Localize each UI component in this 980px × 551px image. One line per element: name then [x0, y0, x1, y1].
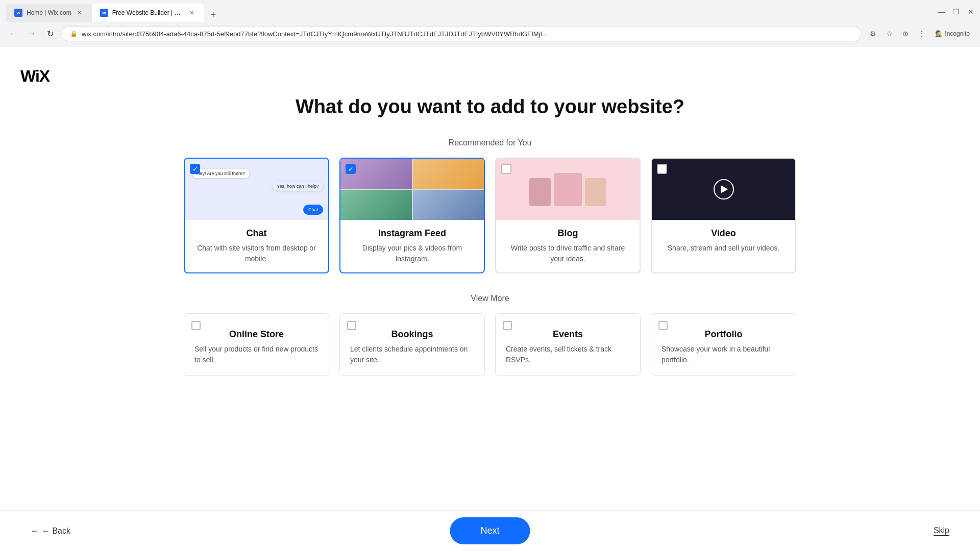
video-checkbox[interactable] — [657, 164, 667, 174]
chat-bubble-2: Yes, how can I help? — [273, 182, 323, 191]
back-arrow-icon: ← — [31, 527, 39, 536]
extensions-button[interactable]: ⚙ — [866, 27, 880, 41]
tab-title-home: Home | Wix.com — [27, 9, 71, 16]
card-video-image — [652, 159, 795, 220]
card-instagram-image: ✓ — [340, 159, 484, 220]
next-button[interactable]: Next — [450, 517, 530, 544]
forward-nav-button[interactable]: → — [24, 27, 39, 41]
card-portfolio-desc: Showcase your work in a beautiful portfo… — [662, 344, 786, 365]
chat-bubble-1: Hey! Are you still there? — [192, 169, 249, 178]
back-button[interactable]: ← ← Back — [31, 527, 70, 536]
card-chat-body: Chat Chat with site visitors from deskto… — [185, 220, 328, 272]
bookings-checkbox[interactable] — [347, 321, 356, 330]
back-label: ← Back — [42, 527, 70, 536]
card-portfolio-title: Portfolio — [705, 329, 743, 340]
insta-img-3 — [340, 190, 412, 220]
bookmark-button[interactable]: ☆ — [882, 27, 896, 41]
card-instagram-body: Instagram Feed Display your pics & video… — [340, 220, 484, 272]
wix-logo: WiX — [20, 67, 50, 86]
store-checkbox[interactable] — [191, 321, 201, 330]
card-chat-image: Hey! Are you still there? Yes, how can I… — [185, 159, 328, 220]
tab-home[interactable]: W Home | Wix.com ✕ — [6, 4, 92, 22]
tab-title-builder: Free Website Builder | Create a F... — [112, 9, 184, 16]
card-bookings[interactable]: Bookings Let clients schedule appointmen… — [339, 313, 485, 376]
footer-nav: ← ← Back Next Skip — [0, 510, 980, 551]
card-blog-body: Blog Write posts to drive traffic and sh… — [496, 220, 640, 272]
tab-favicon-home: W — [14, 9, 22, 17]
maximize-button[interactable]: ❐ — [953, 8, 960, 16]
card-instagram-desc: Display your pics & videos from Instagra… — [349, 243, 476, 264]
chat-preview: Hey! Are you still there? Yes, how can I… — [185, 159, 328, 220]
video-preview — [652, 159, 795, 220]
card-instagram-title: Instagram Feed — [349, 228, 476, 239]
browser-chrome: W Home | Wix.com ✕ W Free Website Builde… — [0, 0, 980, 46]
toolbar-icons: ⚙ ☆ ⊕ ⋮ 🕵 Incognito — [866, 27, 974, 41]
incognito-badge: 🕵 Incognito — [931, 30, 974, 37]
instagram-preview — [340, 159, 484, 220]
card-video-title: Video — [660, 228, 787, 239]
instagram-checkbox[interactable]: ✓ — [346, 164, 356, 174]
new-tab-button[interactable]: + — [206, 8, 220, 22]
tab-favicon-builder: W — [100, 9, 108, 17]
title-bar: W Home | Wix.com ✕ W Free Website Builde… — [0, 0, 980, 21]
card-video-body: Video Share, stream and sell your videos… — [652, 220, 795, 262]
play-triangle-icon — [721, 185, 728, 193]
view-more-label: View More — [471, 294, 509, 303]
blog-thumb-sm — [529, 178, 551, 206]
tab-bar: W Home | Wix.com ✕ W Free Website Builde… — [6, 4, 220, 22]
events-checkbox[interactable] — [503, 321, 512, 330]
card-video[interactable]: Video Share, stream and sell your videos… — [651, 158, 796, 273]
card-bookings-title: Bookings — [391, 329, 433, 340]
minimize-button[interactable]: — — [938, 8, 945, 16]
address-bar[interactable]: 🔒 wix.com/intro/site/d375b904-ada6-44ca-… — [61, 27, 862, 41]
more-cards-row: Online Store Sell your products or find … — [184, 313, 796, 376]
card-chat-title: Chat — [193, 228, 320, 239]
chat-widget: Chat — [303, 205, 323, 215]
blog-thumb-main — [554, 173, 582, 206]
page-title: What do you want to add to your website? — [296, 96, 684, 118]
recommended-cards-row: Hey! Are you still there? Yes, how can I… — [184, 158, 796, 273]
checkmark-icon: ✓ — [192, 166, 198, 172]
card-events-desc: Create events, sell tickets & track RSVP… — [506, 344, 630, 365]
profile-button[interactable]: ⊕ — [898, 27, 913, 41]
card-video-desc: Share, stream and sell your videos. — [660, 243, 787, 254]
tab-close-builder[interactable]: ✕ — [188, 9, 196, 17]
card-instagram[interactable]: ✓ Instagram Feed Display your pics & vid… — [339, 158, 485, 273]
card-events-title: Events — [553, 329, 583, 340]
tab-close-home[interactable]: ✕ — [76, 9, 84, 17]
incognito-label: Incognito — [945, 30, 970, 37]
insta-img-2 — [413, 159, 484, 189]
card-blog-desc: Write posts to drive traffic and share y… — [504, 243, 631, 264]
card-chat[interactable]: Hey! Are you still there? Yes, how can I… — [184, 158, 329, 273]
card-chat-desc: Chat with site visitors from desktop or … — [193, 243, 320, 264]
recommended-label: Recommended for You — [449, 138, 532, 147]
lock-icon: 🔒 — [70, 30, 78, 37]
settings-button[interactable]: ⋮ — [915, 27, 929, 41]
card-blog-image — [496, 159, 640, 220]
incognito-icon: 🕵 — [935, 30, 943, 37]
skip-button[interactable]: Skip — [934, 526, 949, 536]
card-store-desc: Sell your products or find new products … — [194, 344, 318, 365]
card-online-store[interactable]: Online Store Sell your products or find … — [184, 313, 329, 376]
tab-builder[interactable]: W Free Website Builder | Create a F... ✕ — [92, 4, 204, 22]
card-store-title: Online Store — [229, 329, 284, 340]
play-button — [714, 179, 734, 199]
card-bookings-desc: Let clients schedule appointments on you… — [350, 344, 474, 365]
card-portfolio[interactable]: Portfolio Showcase your work in a beauti… — [651, 313, 796, 376]
window-controls: — ❐ ✕ — [938, 8, 974, 18]
browser-toolbar: ← → ↻ 🔒 wix.com/intro/site/d375b904-ada6… — [0, 21, 980, 46]
page-content: WiX What do you want to add to your webs… — [0, 46, 980, 432]
back-nav-button[interactable]: ← — [6, 27, 20, 41]
card-blog-title: Blog — [504, 228, 631, 239]
chat-checkbox[interactable]: ✓ — [190, 164, 200, 174]
blog-preview — [496, 159, 640, 220]
blog-thumb-sm-2 — [585, 178, 606, 206]
card-events[interactable]: Events Create events, sell tickets & tra… — [495, 313, 641, 376]
url-text: wix.com/intro/site/d375b904-ada6-44ca-87… — [82, 30, 853, 38]
checkmark-icon: ✓ — [348, 166, 354, 172]
blog-checkbox[interactable] — [501, 164, 511, 174]
close-window-button[interactable]: ✕ — [968, 8, 974, 16]
refresh-button[interactable]: ↻ — [43, 27, 57, 41]
card-blog[interactable]: Blog Write posts to drive traffic and sh… — [495, 158, 641, 273]
portfolio-checkbox[interactable] — [658, 321, 668, 330]
